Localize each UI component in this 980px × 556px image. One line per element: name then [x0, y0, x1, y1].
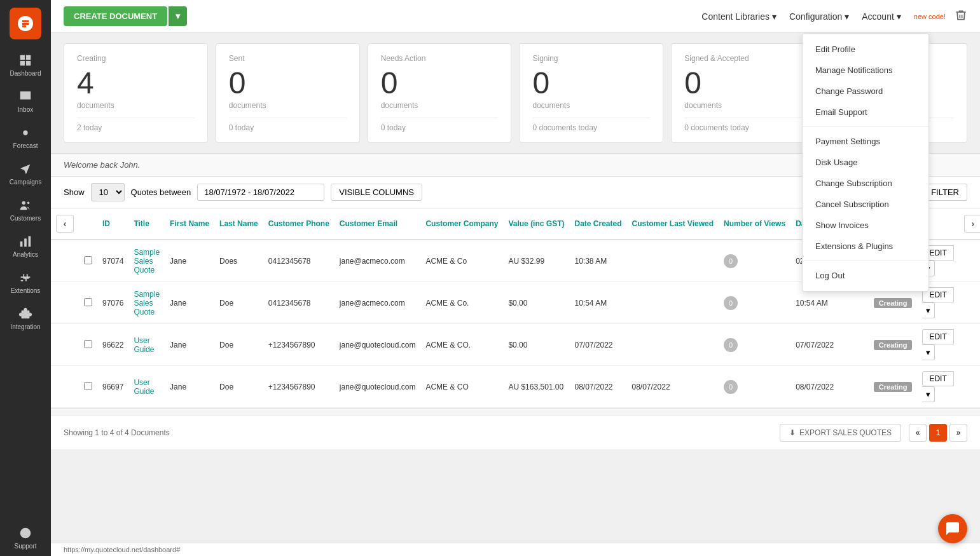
row-date-created-1: 10:54 AM	[569, 282, 626, 324]
first-page-button[interactable]: «	[909, 424, 927, 442]
dropdown-extensions-plugins[interactable]: Extensions & Plugins	[803, 236, 928, 257]
stat-signed-accepted-docs: documents	[684, 101, 802, 110]
stat-signed-accepted-today: 0 documents today	[684, 118, 802, 132]
views-badge-1: 0	[724, 296, 738, 310]
col-title[interactable]: Title	[128, 208, 165, 240]
prev-page-header[interactable]: ‹	[51, 208, 79, 240]
row-date-last-modified-2: 07/07/2022	[790, 324, 869, 366]
row-checkbox-input-2[interactable]	[84, 340, 92, 348]
row-checkbox-input-1[interactable]	[84, 298, 92, 306]
dropdown-show-invoices[interactable]: Show Invoices	[803, 215, 928, 236]
create-document-button[interactable]: CREATE DOCUMENT	[64, 6, 167, 26]
dropdown-payment-settings[interactable]: Payment Settings	[803, 131, 928, 152]
sidebar-item-extentions[interactable]: Extentions	[0, 264, 51, 301]
chat-bubble-button[interactable]	[938, 514, 967, 543]
dropdown-email-support[interactable]: Email Support	[803, 102, 928, 123]
row-actions-2: EDIT▾	[917, 324, 958, 366]
edit-arrow-1[interactable]: ▾	[922, 302, 935, 318]
col-customer-phone[interactable]: Customer Phone	[263, 208, 335, 240]
row-checkbox-input-0[interactable]	[84, 256, 92, 264]
row-id-1: 97076	[97, 282, 128, 324]
row-checkbox-0[interactable]	[79, 240, 97, 282]
row-last-name-1: Doe	[214, 282, 263, 324]
col-customer-email[interactable]: Customer Email	[335, 208, 421, 240]
horizontal-scrollbar[interactable]	[51, 408, 980, 416]
dropdown-manage-notifications[interactable]: Manage Notifications	[803, 60, 928, 81]
app-logo[interactable]	[10, 8, 41, 39]
dropdown-log-out[interactable]: Log Out	[803, 265, 928, 286]
col-number-of-views[interactable]: Number of Views	[719, 208, 790, 240]
row-views-0: 0	[719, 240, 790, 282]
show-select[interactable]: 10 25 50	[91, 183, 125, 201]
date-range-input[interactable]	[197, 184, 324, 201]
stat-card-signed-accepted[interactable]: Signed & Accepted 0 documents 0 document…	[671, 43, 815, 143]
col-last-name[interactable]: Last Name	[214, 208, 263, 240]
row-checkbox-2[interactable]	[79, 324, 97, 366]
create-document-dropdown-button[interactable]: ▼	[169, 6, 187, 26]
filter-button[interactable]: FILTER	[923, 184, 967, 201]
row-title-0[interactable]: Sample Sales Quote	[128, 240, 165, 282]
edit-button-2[interactable]: EDIT	[922, 329, 953, 344]
dropdown-divider-1	[803, 126, 928, 127]
row-customer-last-viewed-3: 08/07/2022	[627, 366, 719, 408]
row-value-3: AU $163,501.00	[503, 366, 569, 408]
sidebar-item-support[interactable]: Support	[0, 520, 51, 556]
table-prev-arrow[interactable]: ‹	[56, 215, 74, 233]
last-page-button[interactable]: »	[949, 424, 967, 442]
content-libraries-chevron-icon: ▾	[772, 11, 776, 22]
stat-card-creating[interactable]: Creating 4 documents 2 today	[64, 43, 208, 143]
views-badge-3: 0	[724, 380, 738, 394]
row-phone-2: +1234567890	[263, 324, 335, 366]
visible-columns-button[interactable]: VISIBLE COLUMNS	[331, 184, 422, 201]
export-button[interactable]: ⬇ EXPORT SALES QUOTES	[780, 424, 901, 442]
dropdown-disk-usage[interactable]: Disk Usage	[803, 152, 928, 173]
edit-button-3[interactable]: EDIT	[922, 371, 953, 386]
row-actions-3: EDIT▾	[917, 366, 958, 408]
sidebar-item-campaigns[interactable]: Campaigns	[0, 156, 51, 192]
next-page-header[interactable]: ›	[959, 208, 980, 240]
col-date-created[interactable]: Date Created	[569, 208, 626, 240]
sidebar-item-inbox[interactable]: Inbox	[0, 83, 51, 119]
row-checkbox-1[interactable]	[79, 282, 97, 324]
table-next-arrow[interactable]: ›	[964, 215, 980, 233]
edit-arrow-3[interactable]: ▾	[922, 386, 935, 402]
dropdown-edit-profile[interactable]: Edit Profile	[803, 39, 928, 60]
row-title-3[interactable]: User Guide	[128, 366, 165, 408]
showing-text: Showing 1 to 4 of 4 Documents	[64, 428, 170, 437]
edit-arrow-2[interactable]: ▾	[922, 344, 935, 360]
sidebar-item-analytics[interactable]: Analytics	[0, 228, 51, 264]
sidebar-item-forecast[interactable]: Forecast	[0, 119, 51, 156]
row-email-0: jane@acmeco.com	[335, 240, 421, 282]
trash-icon[interactable]	[955, 9, 967, 24]
stat-needs-action-count: 0	[381, 68, 499, 98]
row-title-1[interactable]: Sample Sales Quote	[128, 282, 165, 324]
page-1-button[interactable]: 1	[929, 424, 947, 442]
dropdown-change-subscription[interactable]: Change Subscription	[803, 173, 928, 194]
account-chevron-icon: ▾	[897, 11, 901, 22]
col-customer-last-viewed[interactable]: Customer Last Viewed	[627, 208, 719, 240]
col-customer-company[interactable]: Customer Company	[420, 208, 503, 240]
row-title-2[interactable]: User Guide	[128, 324, 165, 366]
stat-creating-count: 4	[77, 68, 195, 98]
configuration-menu[interactable]: Configuration ▾	[789, 11, 849, 22]
row-checkbox-3[interactable]	[79, 366, 97, 408]
stat-card-signing[interactable]: Signing 0 documents 0 documents today	[519, 43, 663, 143]
row-status-3: Creating	[869, 366, 918, 408]
row-company-3: ACME & CO	[420, 366, 503, 408]
stat-card-sent[interactable]: Sent 0 documents 0 today	[216, 43, 360, 143]
sidebar-item-integration[interactable]: Integration	[0, 301, 51, 337]
col-value[interactable]: Value (inc GST)	[503, 208, 569, 240]
content-libraries-menu[interactable]: Content Libraries ▾	[701, 11, 776, 22]
account-menu[interactable]: Account ▾	[862, 11, 901, 22]
dropdown-cancel-subscription[interactable]: Cancel Subscription	[803, 194, 928, 215]
col-first-name[interactable]: First Name	[165, 208, 214, 240]
checkbox-header	[79, 208, 97, 240]
stat-card-needs-action[interactable]: Needs Action 0 documents 0 today	[368, 43, 512, 143]
row-checkbox-input-3[interactable]	[84, 382, 92, 390]
dropdown-change-password[interactable]: Change Password	[803, 81, 928, 102]
topbar: CREATE DOCUMENT ▼ Content Libraries ▾ Co…	[51, 0, 980, 33]
sidebar-item-customers[interactable]: Customers	[0, 192, 51, 228]
sidebar-item-dashboard[interactable]: Dashboard	[0, 47, 51, 83]
sidebar-item-dashboard-label: Dashboard	[10, 70, 41, 77]
col-id[interactable]: ID	[97, 208, 128, 240]
